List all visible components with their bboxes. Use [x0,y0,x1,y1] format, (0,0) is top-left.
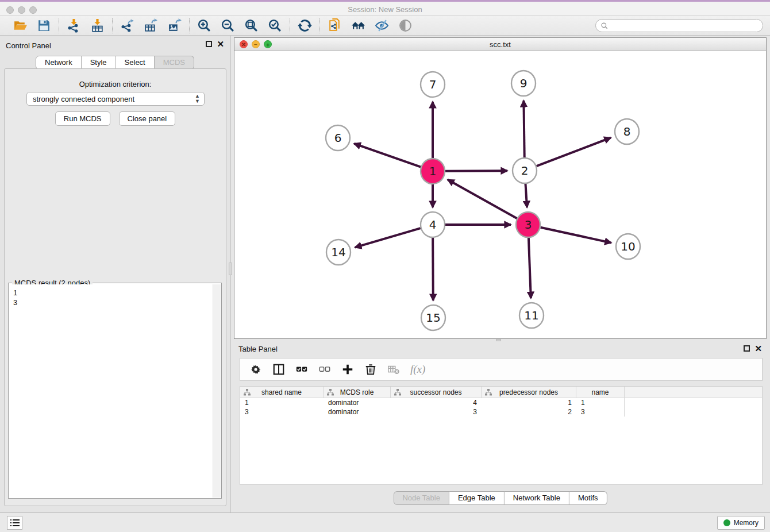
network-window-title: scc.txt [234,40,766,49]
export-table-icon[interactable] [144,18,158,33]
table-panel: Table Panel ✕ f(x) shared name MCDS role… [234,342,767,511]
table-row[interactable]: 1 dominator 4 1 1 [240,398,762,407]
column-label: name [591,388,609,396]
session-title: Session: New Session [0,5,770,14]
svg-text:1: 1 [429,164,437,178]
column-header-mcds-role[interactable]: MCDS role [324,387,391,398]
search-input[interactable] [609,22,763,30]
optimization-criterion-label: Optimization criterion: [5,80,226,88]
close-table-panel-icon[interactable]: ✕ [754,345,762,352]
horizontal-splitter-handle[interactable] [496,339,501,341]
control-panel-title: Control Panel [6,41,51,50]
cell-successor-nodes: 4 [391,398,482,407]
network-window-titlebar[interactable]: ✕ − ＋ scc.txt [234,38,766,51]
column-header-successor-nodes[interactable]: successor nodes [391,387,482,398]
tab-network-table[interactable]: Network Table [505,491,569,505]
select-all-icon[interactable] [295,363,308,376]
table-row[interactable]: 3 dominator 3 2 3 [240,407,762,417]
zoom-fit-icon[interactable] [244,18,259,33]
mcds-panel: Optimization criterion: strongly connect… [4,68,226,506]
svg-text:2: 2 [521,164,529,178]
show-columns-icon[interactable] [272,363,285,376]
graph-edges[interactable] [354,101,611,300]
cell-successor-nodes: 3 [391,407,482,417]
tab-edge-table[interactable]: Edge Table [449,491,505,505]
memory-label: Memory [734,519,759,527]
column-label: shared name [261,388,302,396]
first-neighbors-icon[interactable] [351,18,365,33]
save-session-icon[interactable] [37,18,51,33]
export-image-icon[interactable] [167,18,182,33]
node-table[interactable]: shared name MCDS role successor nodes pr… [240,386,763,485]
task-list-icon [10,519,20,527]
clone-network-icon[interactable] [328,18,342,33]
task-history-button[interactable] [7,516,22,530]
import-table-icon[interactable] [90,18,105,33]
svg-text:10: 10 [621,240,635,253]
svg-text:7: 7 [429,78,437,91]
vertical-splitter-handle[interactable] [229,263,232,275]
memory-status-icon [723,519,730,526]
control-panel-tabs: Network Style Select MCDS [36,56,194,70]
table-options-icon[interactable] [249,363,262,376]
delete-table-icon[interactable] [387,363,400,376]
column-type-icon [394,389,401,396]
column-type-icon [327,389,334,396]
search-icon [600,22,609,30]
close-panel-icon[interactable]: ✕ [217,41,224,47]
network-view-window: ✕ − ＋ scc.txt 7968124314101511 [234,37,767,339]
mcds-result-box: MCDS result (2 nodes) 1 3 [8,283,222,499]
zoom-in-icon[interactable] [197,18,211,33]
float-table-panel-icon[interactable] [744,345,750,352]
column-header-shared-name[interactable]: shared name [240,387,324,398]
cell-name: 1 [576,398,625,407]
hide-graphics-details-icon[interactable] [375,18,389,33]
mcds-result-scrollbar[interactable] [213,284,221,498]
tab-select[interactable]: Select [116,56,155,70]
column-header-predecessor-nodes[interactable]: predecessor nodes [482,387,576,398]
network-canvas[interactable]: 7968124314101511 [234,51,766,338]
column-label: predecessor nodes [499,388,558,396]
cell-predecessor-nodes: 1 [482,398,576,407]
tab-motifs[interactable]: Motifs [569,491,607,505]
mcds-result-text[interactable]: 1 3 [9,284,213,498]
import-network-icon[interactable] [67,18,81,33]
memory-button[interactable]: Memory [717,516,765,530]
svg-text:8: 8 [623,125,631,138]
table-header-row: shared name MCDS role successor nodes pr… [240,387,762,398]
mcds-result-line: 3 [13,298,213,307]
main-toolbar [0,16,770,36]
tab-node-table[interactable]: Node Table [393,491,449,505]
search-field[interactable] [595,19,763,32]
status-bar: Memory [0,512,770,532]
svg-text:4: 4 [429,218,437,232]
column-header-name[interactable]: name [576,387,625,398]
show-graphics-details-icon[interactable] [398,18,413,33]
add-row-icon[interactable] [341,363,354,376]
table-panel-title: Table Panel [238,345,278,353]
cell-shared-name: 3 [240,407,324,417]
refresh-view-icon[interactable] [298,18,312,33]
close-panel-button[interactable]: Close panel [119,111,176,126]
cell-mcds-role: dominator [324,407,391,417]
cell-mcds-role: dominator [324,398,391,407]
float-panel-icon[interactable] [206,41,212,47]
tab-network[interactable]: Network [36,56,82,70]
tab-style[interactable]: Style [82,56,116,70]
cell-predecessor-nodes: 2 [482,407,576,417]
column-label: MCDS role [340,388,374,396]
open-session-icon[interactable] [13,18,28,33]
select-spinner-icon: ▲▼ [195,94,200,104]
export-network-icon[interactable] [120,18,134,33]
run-mcds-button[interactable]: Run MCDS [55,111,110,126]
app-titlebar: Session: New Session [0,0,770,16]
svg-text:6: 6 [334,131,342,145]
table-toolbar: f(x) [240,358,763,381]
zoom-out-icon[interactable] [221,18,235,33]
tab-mcds[interactable]: MCDS [155,56,194,70]
function-builder-icon[interactable]: f(x) [410,363,425,376]
deselect-all-icon[interactable] [318,363,331,376]
zoom-selected-icon[interactable] [268,18,282,33]
criterion-select[interactable]: strongly connected component ▲▼ [26,92,205,106]
delete-row-icon[interactable] [364,363,377,376]
